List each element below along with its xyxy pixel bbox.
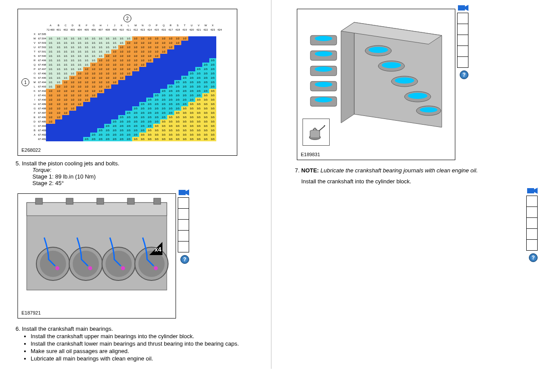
- svg-point-36: [315, 36, 332, 41]
- page-right: E189831 ? NOTE: Lubricate the crankshaft…: [279, 0, 542, 369]
- step-6-bullet: Lubricate all main bearings with clean e…: [31, 355, 258, 362]
- thumbnail-strip: ?: [526, 187, 538, 262]
- x4-label: x4: [155, 246, 162, 253]
- svg-marker-21: [186, 189, 189, 196]
- thumb-slot[interactable]: [457, 24, 468, 35]
- callout-1: 1: [21, 78, 29, 86]
- svg-point-40: [315, 66, 332, 72]
- svg-marker-48: [465, 5, 468, 11]
- step-6-title: Install the crankshaft main bearings.: [22, 326, 113, 332]
- svg-point-16: [89, 267, 92, 270]
- svg-marker-50: [534, 188, 538, 194]
- svg-marker-23: [341, 22, 354, 123]
- svg-point-44: [315, 97, 332, 102]
- thumb-slot[interactable]: [178, 219, 189, 231]
- svg-point-31: [382, 62, 401, 68]
- stage-1: Stage 1: 89 lb.in (10 Nm): [32, 173, 258, 180]
- step-6-bullet: Install the crankshaft lower main bearin…: [31, 340, 258, 347]
- svg-point-18: [155, 267, 157, 270]
- page-divider: [263, 0, 279, 369]
- svg-rect-4: [97, 198, 104, 204]
- torque-label: Torque: [32, 167, 50, 173]
- svg-point-17: [122, 267, 124, 270]
- svg-point-33: [408, 93, 427, 99]
- help-icon[interactable]: ?: [460, 70, 468, 79]
- page-left: 2 1 ABCDEFGHIJKLMNOPQRSTUVWX72.400401402…: [0, 0, 263, 369]
- selection-chart-grid: ABCDEFGHIJKLMNOPQRSTUVWX72.4004014024034…: [31, 23, 223, 141]
- svg-rect-6: [154, 198, 161, 204]
- main-bearings-figure: E189831: [297, 9, 455, 160]
- svg-point-34: [420, 107, 437, 112]
- help-icon[interactable]: ?: [529, 253, 538, 262]
- svg-point-42: [315, 82, 332, 87]
- callout-2: 2: [123, 14, 131, 22]
- camera-icon[interactable]: [527, 187, 538, 194]
- stage-2: Stage 2: 45°: [32, 180, 258, 186]
- thumb-slot[interactable]: [178, 230, 189, 242]
- help-icon[interactable]: ?: [180, 255, 189, 264]
- figure-id: E189831: [297, 149, 455, 160]
- thumb-slot[interactable]: [526, 206, 538, 218]
- step-6-bullet: Install the crankshaft upper main bearin…: [31, 333, 258, 340]
- note-label: NOTE:: [301, 167, 319, 174]
- thumb-slot[interactable]: [178, 208, 189, 220]
- svg-point-46: [324, 125, 325, 126]
- figure-id: E187921: [18, 308, 176, 318]
- thumb-slot[interactable]: [526, 196, 538, 207]
- svg-rect-20: [179, 190, 186, 195]
- piston-jets-figure: x4 E187921: [18, 193, 176, 318]
- step-5: Install the piston cooling jets and bolt…: [9, 160, 258, 186]
- step-7: NOTE: Lubricate the crankshaft bearing j…: [288, 167, 538, 185]
- note-body: Lubricate the crankshaft bearing journal…: [320, 167, 478, 174]
- oil-can-inset: [303, 119, 330, 146]
- thumb-slot[interactable]: [457, 35, 468, 46]
- step-6-bullet: Make sure all oil passages are aligned.: [31, 348, 258, 354]
- svg-rect-49: [527, 188, 534, 193]
- thumb-slot[interactable]: [457, 13, 468, 24]
- svg-rect-2: [35, 198, 42, 204]
- step-5-title: Install the piston cooling jets and bolt…: [22, 160, 120, 167]
- camera-icon[interactable]: [458, 4, 468, 11]
- svg-point-30: [369, 47, 388, 53]
- camera-icon[interactable]: [179, 189, 189, 196]
- thumb-slot[interactable]: [526, 239, 538, 251]
- svg-point-15: [56, 267, 59, 270]
- thumbnail-strip: ?: [178, 189, 189, 264]
- svg-rect-3: [66, 198, 73, 204]
- thumb-slot[interactable]: [178, 241, 189, 252]
- svg-point-32: [395, 77, 414, 84]
- thumb-slot[interactable]: [457, 46, 468, 57]
- step-6: Install the crankshaft main bearings. In…: [9, 326, 258, 362]
- thumbnail-strip: ?: [457, 4, 468, 79]
- selection-chart-figure: 2 1 ABCDEFGHIJKLMNOPQRSTUVWX72.400401402…: [18, 9, 237, 156]
- engine-block-front-illustration: x4: [18, 194, 176, 308]
- figure-id: E268022: [18, 145, 237, 155]
- thumb-slot[interactable]: [457, 56, 468, 68]
- svg-point-38: [315, 51, 332, 56]
- thumb-slot[interactable]: [526, 228, 538, 240]
- step-7-title: Install the crankshaft into the cylinder…: [301, 178, 411, 185]
- svg-rect-47: [458, 5, 465, 10]
- thumb-slot[interactable]: [526, 217, 538, 229]
- oil-can-icon: [306, 122, 326, 142]
- thumb-slot[interactable]: [178, 197, 189, 209]
- svg-rect-5: [127, 198, 134, 204]
